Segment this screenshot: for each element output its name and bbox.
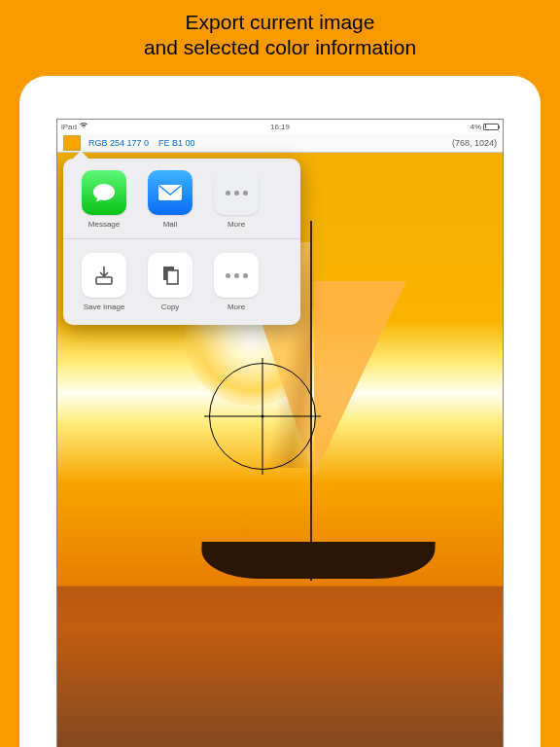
copy-icon: [148, 253, 192, 298]
share-label: Copy: [161, 302, 180, 311]
boat-hull: [200, 542, 435, 579]
caption-line-2: and selected color information: [144, 36, 416, 58]
more-icon: [214, 253, 259, 298]
status-carrier: iPad: [61, 123, 77, 131]
status-bar: iPad 16:19 4%: [57, 120, 503, 133]
share-label: Save Image: [84, 302, 125, 311]
share-save-image[interactable]: Save Image: [77, 253, 131, 311]
more-icon: [214, 170, 259, 215]
message-icon: [82, 170, 126, 215]
rgb-value: RGB 254 177 0: [88, 138, 149, 148]
svg-rect-1: [96, 277, 112, 284]
promo-caption: Export current image and selected color …: [0, 0, 560, 61]
share-more-apps[interactable]: More: [209, 170, 263, 229]
share-mail[interactable]: Mail: [143, 170, 197, 229]
jib-sail: [314, 281, 406, 476]
device-frame: iPad 16:19 4% RGB 254 177 0 FE B1 00 (76…: [19, 76, 541, 747]
color-info-bar: RGB 254 177 0 FE B1 00 (768, 1024): [57, 133, 503, 153]
save-image-icon: [82, 253, 126, 298]
share-label: More: [228, 302, 245, 311]
color-swatch[interactable]: [63, 135, 81, 151]
share-label: Message: [88, 220, 120, 229]
crosshair-center: [262, 415, 264, 418]
mail-icon: [148, 170, 192, 215]
status-time: 16:19: [270, 123, 290, 131]
share-more-actions[interactable]: More: [209, 253, 263, 311]
screen: iPad 16:19 4% RGB 254 177 0 FE B1 00 (76…: [56, 119, 504, 747]
share-label: More: [228, 220, 245, 229]
share-row-actions: Save Image Copy More: [63, 238, 300, 325]
status-battery-pct: 4%: [470, 123, 481, 131]
hex-value: FE B1 00: [158, 138, 195, 148]
share-row-apps: Message Mail More: [63, 159, 300, 238]
share-sheet: Message Mail More: [63, 159, 300, 325]
color-picker-crosshair[interactable]: [209, 363, 316, 470]
share-copy[interactable]: Copy: [143, 253, 197, 311]
caption-line-1: Export current image: [186, 11, 375, 33]
wifi-icon: [79, 122, 88, 131]
svg-rect-3: [167, 270, 178, 284]
share-message[interactable]: Message: [77, 170, 131, 229]
image-dimensions: (768, 1024): [452, 138, 497, 148]
battery-icon: [483, 124, 499, 130]
share-label: Mail: [163, 220, 178, 229]
